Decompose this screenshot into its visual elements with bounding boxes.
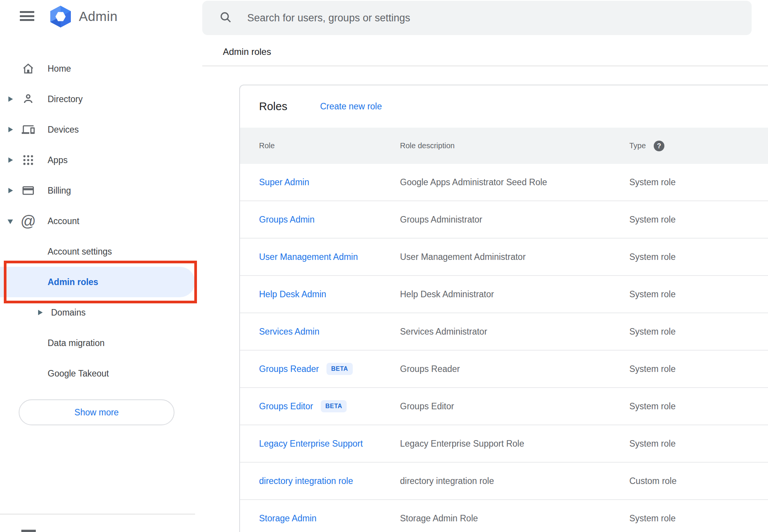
sidebar-item-directory[interactable]: Directory xyxy=(0,84,202,114)
role-description: Legacy Enterprise Support Role xyxy=(400,425,524,462)
table-row: Groups Editor BETA Groups Editor System … xyxy=(240,388,768,425)
sidebar-item-billing[interactable]: Billing xyxy=(0,175,202,206)
role-type: System role xyxy=(629,500,675,532)
sidebar-item-account-settings[interactable]: Account settings xyxy=(0,236,202,267)
role-description: Storage Admin Role xyxy=(400,500,478,532)
expand-right-icon[interactable] xyxy=(8,157,13,163)
table-row: Services Admin Services Administrator Sy… xyxy=(240,313,768,351)
credit-card-icon xyxy=(21,175,36,206)
role-type: Custom role xyxy=(629,463,677,499)
role-link[interactable]: Groups Editor xyxy=(259,401,313,412)
role-link[interactable]: User Management Admin xyxy=(259,252,358,262)
table-header: Role Role description Type ? xyxy=(240,128,768,164)
role-link[interactable]: Help Desk Admin xyxy=(259,289,326,300)
expand-right-icon[interactable] xyxy=(8,127,13,132)
card-header: Roles Create new role xyxy=(240,85,768,128)
sidebar-item-apps[interactable]: Apps xyxy=(0,145,202,175)
role-type: System role xyxy=(629,276,675,312)
role-link[interactable]: Legacy Enterprise Support xyxy=(259,439,363,449)
sidebar-item-admin-roles[interactable]: Admin roles xyxy=(0,267,202,297)
role-description: Groups Administrator xyxy=(400,201,482,238)
role-type: System role xyxy=(629,425,675,462)
at-sign-icon: @ xyxy=(21,206,36,236)
expand-right-icon[interactable] xyxy=(8,96,13,102)
apps-grid-icon xyxy=(21,145,36,175)
table-row: Storage Admin Storage Admin Role System … xyxy=(240,500,768,532)
column-header-description: Role description xyxy=(400,128,454,164)
role-type: System role xyxy=(629,239,675,275)
column-header-type: Type xyxy=(629,128,646,164)
breadcrumb: Admin roles xyxy=(223,46,271,57)
sidebar-item-home[interactable]: Home xyxy=(0,53,202,84)
role-description: Groups Reader xyxy=(400,351,460,387)
expand-down-icon[interactable] xyxy=(8,220,13,224)
role-type: System role xyxy=(629,388,675,425)
cutoff-icon xyxy=(21,530,36,532)
app-title: Admin xyxy=(79,9,118,24)
role-description: Groups Editor xyxy=(400,388,454,425)
role-type: System role xyxy=(629,313,675,350)
header-divider xyxy=(202,66,768,66)
search-placeholder: Search for users, groups or settings xyxy=(247,12,410,24)
role-description: User Management Administrator xyxy=(400,239,526,275)
devices-icon xyxy=(21,114,36,145)
role-type: System role xyxy=(629,351,675,387)
show-more-button[interactable]: Show more xyxy=(19,399,174,425)
role-description: Help Desk Administrator xyxy=(400,276,494,312)
admin-hexagon-icon xyxy=(49,6,72,27)
expand-right-icon[interactable] xyxy=(8,188,13,193)
table-row: directory integration role directory int… xyxy=(240,463,768,500)
role-type: System role xyxy=(629,201,675,238)
main-content: Search for users, groups or settings Adm… xyxy=(202,0,768,532)
person-icon xyxy=(21,84,36,114)
table-row: Legacy Enterprise Support Legacy Enterpr… xyxy=(240,425,768,463)
role-link[interactable]: directory integration role xyxy=(259,476,353,486)
sidebar: Admin Home Directory xyxy=(0,0,202,532)
column-header-role: Role xyxy=(259,128,275,164)
table-row: Help Desk Admin Help Desk Administrator … xyxy=(240,276,768,313)
table-row: Groups Reader BETA Groups Reader System … xyxy=(240,351,768,388)
home-icon xyxy=(21,53,36,84)
table-row: Super Admin Google Apps Administrator Se… xyxy=(240,164,768,201)
role-description: Services Administrator xyxy=(400,313,487,350)
role-description: Google Apps Administrator Seed Role xyxy=(400,164,547,200)
page-title: Roles xyxy=(259,100,287,113)
sidebar-item-devices[interactable]: Devices xyxy=(0,114,202,145)
table-row: Groups Admin Groups Administrator System… xyxy=(240,201,768,239)
search-icon xyxy=(219,11,232,25)
sidebar-item-google-takeout[interactable]: Google Takeout xyxy=(0,358,202,389)
roles-card: Roles Create new role Role Role descript… xyxy=(239,85,768,532)
help-icon[interactable]: ? xyxy=(654,141,664,151)
search-input[interactable]: Search for users, groups or settings xyxy=(202,1,752,35)
sidebar-divider xyxy=(0,514,195,514)
role-link[interactable]: Storage Admin xyxy=(259,513,317,524)
sidebar-item-account[interactable]: @ Account xyxy=(0,206,202,236)
table-row: User Management Admin User Management Ad… xyxy=(240,239,768,276)
role-description: directory integration role xyxy=(400,463,494,499)
beta-badge: BETA xyxy=(321,400,347,412)
role-link[interactable]: Groups Admin xyxy=(259,215,315,225)
beta-badge: BETA xyxy=(326,363,352,375)
role-link[interactable]: Services Admin xyxy=(259,327,320,337)
sidebar-nav: Home Directory Devices xyxy=(0,53,202,389)
role-link[interactable]: Super Admin xyxy=(259,177,309,187)
sidebar-item-domains[interactable]: Domains xyxy=(0,297,202,328)
role-type: System role xyxy=(629,164,675,200)
create-new-role-link[interactable]: Create new role xyxy=(320,101,382,112)
role-link[interactable]: Groups Reader xyxy=(259,364,319,374)
admin-logo: Admin xyxy=(49,5,118,28)
menu-icon[interactable] xyxy=(20,11,34,21)
expand-right-icon[interactable] xyxy=(38,310,43,315)
sidebar-item-data-migration[interactable]: Data migration xyxy=(0,328,202,358)
